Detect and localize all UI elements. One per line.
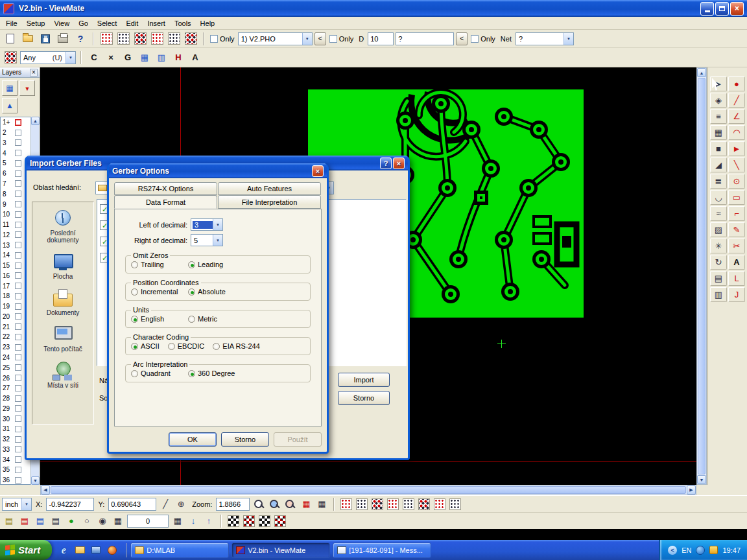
draw-rectangle-icon[interactable]: ▭: [728, 190, 745, 205]
layer-visibility-checkbox[interactable]: [15, 426, 21, 432]
radio-english[interactable]: English: [131, 315, 188, 323]
view-pattern-3-icon[interactable]: [370, 497, 385, 511]
show-desktop-icon[interactable]: [89, 544, 102, 557]
net-select[interactable]: ?: [516, 32, 574, 45]
layer-visibility-checkbox[interactable]: [15, 334, 21, 340]
only-dcode-checkbox[interactable]: Only: [329, 35, 354, 43]
draw-text-icon[interactable]: A: [728, 255, 745, 270]
layer-visibility-checkbox[interactable]: [15, 456, 21, 463]
layer-row[interactable]: 2: [1, 128, 30, 138]
aperture-pattern-button[interactable]: [3, 50, 18, 65]
filled-shape-icon[interactable]: ■: [710, 141, 727, 156]
right-of-decimal-select[interactable]: 5: [191, 234, 223, 246]
chevron-down-icon[interactable]: [213, 235, 222, 246]
radio-metric[interactable]: Metric: [188, 315, 217, 323]
layer-visibility-checkbox[interactable]: [15, 467, 21, 473]
menu-item[interactable]: Tools: [170, 18, 196, 29]
prev-dcode-button[interactable]: <: [456, 32, 468, 45]
open-file-button[interactable]: [20, 31, 36, 47]
tab-data-format[interactable]: Data Format: [114, 195, 217, 209]
draw-corner-icon[interactable]: ⌐: [728, 206, 745, 221]
dcode-input[interactable]: 10: [368, 32, 394, 45]
cut-scissors-icon[interactable]: ✂: [728, 239, 745, 253]
layer-visibility-checkbox[interactable]: [15, 405, 21, 412]
layer-visibility-checkbox[interactable]: [15, 160, 21, 167]
menu-item[interactable]: View: [49, 18, 74, 29]
radio-quadrant[interactable]: Quadrant: [131, 369, 188, 377]
star-tool-icon[interactable]: ✳: [710, 239, 727, 253]
layer-visibility-checkbox[interactable]: [15, 222, 21, 228]
only-net-checkbox[interactable]: Only: [471, 35, 495, 43]
menu-item[interactable]: File: [1, 18, 22, 29]
scroll-right-icon[interactable]: [687, 485, 696, 495]
dcode-readout-field[interactable]: 0: [127, 515, 169, 528]
draw-point-icon[interactable]: ●: [728, 76, 745, 91]
tray-chevron-icon[interactable]: [668, 546, 677, 555]
grid-dark-icon[interactable]: ▦: [314, 497, 329, 511]
zoom-tool-icon[interactable]: [252, 497, 266, 511]
layer-row[interactable]: 1+: [1, 117, 30, 128]
layer-visibility-checkbox[interactable]: [15, 272, 21, 279]
layer-stack-blue-icon[interactable]: ▤: [33, 514, 47, 528]
close-button[interactable]: [312, 165, 324, 177]
start-button[interactable]: Start: [0, 540, 52, 560]
scroll-down-icon[interactable]: [31, 476, 40, 485]
new-file-button[interactable]: [3, 31, 18, 47]
place-my-computer[interactable]: Tento počítač: [34, 323, 92, 354]
layer-row[interactable]: 35: [1, 465, 30, 475]
anchor-up-icon[interactable]: ↑: [202, 514, 216, 528]
draw-line-icon[interactable]: ╱: [728, 93, 745, 108]
place-recent-documents[interactable]: Poslední dokumenty: [34, 207, 92, 245]
chevron-down-icon[interactable]: [563, 33, 573, 45]
tool-columns-icon[interactable]: ▥: [154, 50, 169, 65]
layer-visibility-checkbox[interactable]: [15, 130, 21, 136]
checkbox-icon[interactable]: [210, 35, 218, 43]
draw-circle-icon[interactable]: ⊙: [728, 174, 745, 189]
lamp-on-icon[interactable]: ◉: [95, 514, 110, 528]
only-file-checkbox[interactable]: Only: [210, 35, 235, 43]
vertical-scrollbar[interactable]: [696, 67, 707, 485]
layer-visibility-checkbox[interactable]: [15, 139, 21, 146]
checkbox-icon[interactable]: [329, 35, 337, 43]
tab[interactable]: Auto Features: [218, 182, 321, 195]
view-pattern-8-icon[interactable]: [448, 497, 462, 511]
tool-a-icon[interactable]: A: [187, 50, 203, 65]
tab-file-interpretation[interactable]: File Interpretation: [218, 195, 321, 209]
layer-visibility-checkbox[interactable]: [15, 293, 21, 299]
layer-visibility-checkbox[interactable]: [15, 191, 21, 197]
highlight-icon[interactable]: ◈: [710, 93, 727, 108]
internet-explorer-icon[interactable]: e: [57, 544, 70, 557]
menu-item[interactable]: Go: [74, 18, 93, 29]
draw-l-icon[interactable]: L: [728, 271, 745, 286]
dcode-flash-mix-icon[interactable]: [132, 31, 148, 47]
view-pattern-5-icon[interactable]: [401, 497, 416, 511]
layer-up-button[interactable]: [2, 98, 18, 113]
unit-select[interactable]: inch: [2, 498, 32, 511]
snap-grid-icon[interactable]: ▦: [171, 514, 185, 528]
cancel-button[interactable]: Storno: [221, 432, 269, 447]
radio-360-degree[interactable]: 360 Degree: [188, 369, 235, 377]
layer-stack-dark-icon[interactable]: ▤: [49, 514, 63, 528]
radio-ebcdic[interactable]: EBCDIC: [168, 342, 205, 350]
draw-j-icon[interactable]: J: [728, 287, 745, 302]
save-button[interactable]: [38, 31, 53, 47]
status-led-icon[interactable]: ●: [64, 514, 78, 528]
layer-table-button[interactable]: [2, 80, 18, 96]
place-network[interactable]: Místa v síti: [34, 360, 92, 390]
tool-cross-icon[interactable]: ×: [103, 50, 119, 65]
minimize-button[interactable]: [700, 2, 714, 16]
place-documents[interactable]: Dokumenty: [34, 287, 92, 318]
pad-pattern-dark-icon[interactable]: [166, 31, 182, 47]
draw-arrow-icon[interactable]: ►: [728, 141, 745, 156]
view-pattern-2-icon[interactable]: [355, 497, 369, 511]
aperture-filter-select[interactable]: Any (U): [20, 51, 76, 64]
tool-grid-icon[interactable]: ▦: [137, 50, 152, 65]
radio-incremental[interactable]: Incremental: [131, 288, 188, 296]
close-button[interactable]: [393, 158, 405, 169]
gerber-dialog-titlebar[interactable]: Gerber Options: [109, 163, 327, 178]
arc-segment-icon[interactable]: ◡: [710, 190, 727, 205]
layer-stack-olive-icon[interactable]: ▤: [2, 514, 16, 528]
dcode-flash-dark-icon[interactable]: [115, 31, 131, 47]
trace-pattern-1-icon[interactable]: [226, 514, 241, 528]
hatch-icon[interactable]: ▨: [710, 222, 727, 237]
